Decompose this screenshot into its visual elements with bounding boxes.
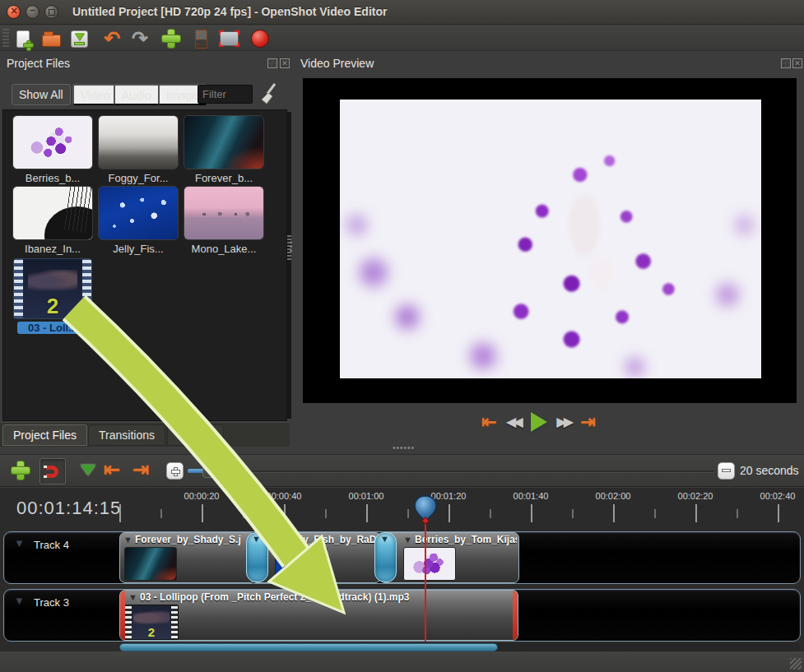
zoom-scale-label: 20 seconds — [740, 464, 799, 477]
export-video-button[interactable] — [249, 27, 272, 50]
file-item-forever[interactable]: Forever_b... — [182, 115, 266, 184]
fullscreen-icon — [220, 31, 239, 46]
lollipop-clip-thumbnail: 2 — [124, 605, 179, 640]
video-preview-dock-title: Video Preview — [300, 57, 374, 70]
open-project-icon — [42, 35, 61, 47]
file-item-foggy[interactable]: Foggy_For... — [96, 115, 180, 184]
ibanez-thumbnail — [12, 186, 93, 240]
horizontal-splitter-handle[interactable]: •••••• — [393, 443, 415, 452]
timeline-ruler[interactable]: 00:00:20 00:00:40 00:01:00 00:01:20 00:0… — [119, 488, 804, 531]
jelly-thumbnail — [98, 186, 179, 240]
selected-file-label: 03 - Loll... — [17, 322, 88, 334]
playhead-timecode: 00:01:14:15 — [16, 498, 121, 519]
clip-lollipop-audio[interactable]: ▼ 03 - Lollipop (From _Pitch Perfect 2_ … — [119, 590, 518, 641]
choose-profile-button[interactable] — [189, 27, 212, 50]
file-item-berries[interactable]: Berries_b... — [11, 115, 95, 184]
snapping-toggle[interactable] — [40, 458, 66, 484]
preview-close-dock-icon[interactable]: ✕ — [792, 58, 802, 68]
jump-to-start-button[interactable]: ⇤ — [481, 411, 496, 433]
float-dock-icon[interactable]: ⿻ — [267, 58, 277, 68]
clip-trim-handle-right[interactable] — [513, 591, 518, 641]
toolbar-grip[interactable] — [2, 29, 9, 49]
timeline-scrollbar-track[interactable] — [119, 643, 801, 651]
open-project-button[interactable] — [40, 27, 63, 50]
clip-trim-handle-left[interactable] — [120, 591, 125, 641]
zoom-slider-handle[interactable] — [202, 464, 215, 478]
undo-button[interactable]: ↶ — [100, 27, 123, 50]
jelly-clip-thumbnail — [275, 547, 328, 581]
status-area — [0, 651, 804, 672]
transition-chevron-icon: ▼ — [380, 534, 389, 544]
jump-to-end-button[interactable]: ⇥ — [581, 411, 596, 433]
video-preview-area — [303, 78, 797, 403]
filter-input[interactable] — [198, 85, 253, 104]
project-files-dock-title: Project Files — [7, 57, 70, 70]
choose-profile-icon — [195, 30, 207, 49]
panel-splitter-handle[interactable]: ••• — [290, 241, 295, 253]
redo-button[interactable]: ↷ — [128, 27, 151, 50]
left-dock-tabs: Project Files Transitions Effects — [0, 422, 290, 447]
lollipop-filmstrip-thumbnail: 2 — [13, 258, 92, 319]
save-project-icon — [71, 30, 88, 48]
rewind-button[interactable]: ◀◀ — [506, 415, 520, 429]
transition-chevron-icon: ▼ — [252, 534, 261, 544]
zoom-slider-track[interactable] — [188, 470, 714, 472]
fullscreen-button[interactable] — [217, 27, 240, 50]
preview-float-dock-icon[interactable]: ⿻ — [781, 58, 791, 68]
files-scrollbar[interactable] — [287, 112, 291, 419]
import-files-button[interactable] — [160, 27, 183, 50]
clip-berries[interactable]: ▼ Berries_by_Tom_Kijas.j... — [379, 532, 519, 583]
mono-lake-thumbnail — [184, 186, 264, 240]
zoom-out-icon — [722, 469, 731, 472]
project-files-grid: Berries_b... Foggy_For... Forever_b... I… — [2, 109, 287, 421]
new-project-button[interactable] — [12, 27, 35, 50]
track-3-menu-chevron-icon[interactable]: ▼ — [14, 595, 25, 607]
center-playhead-icon — [171, 467, 179, 475]
next-marker-button[interactable]: ⇥ — [132, 458, 149, 481]
close-window-button[interactable] — [7, 5, 21, 19]
clip-menu-chevron-icon[interactable]: ▼ — [128, 592, 137, 602]
playhead-marker[interactable] — [413, 494, 438, 529]
tab-transitions[interactable]: Transitions — [88, 424, 165, 446]
transition-2[interactable]: ▼ — [374, 532, 397, 582]
clip-jelly-fish[interactable]: ▼ Jelly_Fish_by_RaDu_G — [251, 532, 381, 583]
main-toolbar: ↶ ↷ — [0, 25, 804, 51]
timeline-scrollbar-thumb[interactable] — [119, 643, 498, 651]
file-item-ibanez[interactable]: Ibanez_In... — [11, 186, 95, 255]
fast-forward-button[interactable]: ▶▶ — [557, 415, 571, 429]
save-project-button[interactable] — [67, 27, 91, 50]
snapping-magnet-icon — [46, 466, 58, 478]
play-button[interactable] — [531, 412, 547, 432]
maximize-window-button[interactable] — [44, 5, 58, 19]
foggy-thumbnail — [98, 115, 179, 169]
minimize-window-button[interactable] — [26, 5, 40, 19]
clip-menu-chevron-icon[interactable]: ▼ — [275, 535, 284, 545]
import-files-icon — [162, 30, 180, 48]
clip-menu-chevron-icon[interactable]: ▼ — [403, 535, 412, 545]
clip-menu-chevron-icon[interactable]: ▼ — [123, 535, 132, 545]
video-preview-frame — [340, 100, 761, 378]
window-resize-grip[interactable] — [790, 658, 802, 670]
center-playhead-button[interactable] — [166, 462, 184, 480]
openshot-window: Untitled Project [HD 720p 24 fps] - Open… — [0, 0, 804, 672]
file-item-jelly[interactable]: Jelly_Fis... — [96, 186, 180, 255]
close-dock-icon[interactable]: ✕ — [280, 58, 290, 68]
track-4-menu-chevron-icon[interactable]: ▼ — [14, 537, 25, 549]
file-item-mono-lake[interactable]: Mono_Lake... — [182, 186, 266, 255]
file-item-lollipop[interactable]: 2 03 - Loll... — [11, 258, 95, 334]
play-icon — [531, 412, 547, 432]
tab-effects[interactable]: Effects — [167, 424, 224, 446]
berries-clip-thumbnail — [403, 547, 456, 581]
previous-marker-button[interactable]: ⇤ — [104, 458, 120, 481]
filter-audio-button[interactable]: Audio — [114, 84, 160, 105]
add-marker-icon[interactable] — [81, 465, 95, 475]
clip-forever[interactable]: ▼ Forever_by_Shady_S.j — [119, 532, 256, 583]
filter-video-button[interactable]: Video — [72, 84, 119, 105]
zoom-slider-fill — [188, 469, 204, 473]
broom-icon[interactable] — [258, 82, 280, 105]
transition-1[interactable]: ▼ — [246, 532, 268, 582]
window-title: Untitled Project [HD 720p 24 fps] - Open… — [72, 5, 387, 18]
tab-project-files[interactable]: Project Files — [2, 424, 87, 446]
filter-show-all-button[interactable]: Show All — [12, 84, 71, 105]
zoom-out-button[interactable] — [718, 462, 735, 480]
